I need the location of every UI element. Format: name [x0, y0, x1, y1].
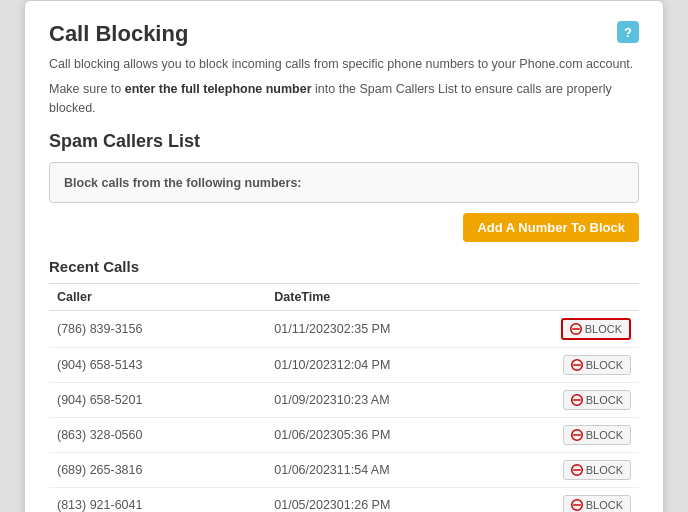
desc2-prefix: Make sure to — [49, 82, 125, 96]
header-row: Call Blocking ? — [49, 21, 639, 47]
block-icon — [571, 499, 583, 511]
action-cell: BLOCK — [549, 453, 639, 488]
datetime-cell: 01/06/202311:54 AM — [266, 453, 549, 488]
spam-callers-box: Block calls from the following numbers: — [49, 162, 639, 203]
caller-cell: (904) 658-5143 — [49, 348, 266, 383]
page-title: Call Blocking — [49, 21, 188, 47]
datetime-cell: 01/09/202310:23 AM — [266, 383, 549, 418]
calls-table: Caller DateTime (786) 839-315601/11/2023… — [49, 283, 639, 512]
caller-cell: (813) 921-6041 — [49, 488, 266, 512]
action-cell: BLOCK — [549, 311, 639, 348]
description-line1: Call blocking allows you to block incomi… — [49, 55, 639, 74]
col-caller: Caller — [49, 284, 266, 311]
spam-callers-title: Spam Callers List — [49, 131, 639, 152]
datetime-cell: 01/06/202305:36 PM — [266, 418, 549, 453]
block-button[interactable]: BLOCK — [563, 355, 631, 375]
block-icon — [570, 323, 582, 335]
caller-cell: (786) 839-3156 — [49, 311, 266, 348]
block-icon — [571, 429, 583, 441]
table-row: (786) 839-315601/11/202302:35 PM BLOCK — [49, 311, 639, 348]
description-line2: Make sure to enter the full telephone nu… — [49, 80, 639, 118]
datetime-cell: 01/05/202301:26 PM — [266, 488, 549, 512]
block-icon — [571, 359, 583, 371]
help-icon[interactable]: ? — [617, 21, 639, 43]
block-button[interactable]: BLOCK — [563, 390, 631, 410]
block-button[interactable]: BLOCK — [563, 425, 631, 445]
call-blocking-modal: Call Blocking ? Call blocking allows you… — [24, 0, 664, 512]
block-button[interactable]: BLOCK — [563, 460, 631, 480]
action-cell: BLOCK — [549, 383, 639, 418]
col-datetime: DateTime — [266, 284, 549, 311]
table-row: (863) 328-056001/06/202305:36 PM BLOCK — [49, 418, 639, 453]
caller-cell: (689) 265-3816 — [49, 453, 266, 488]
col-action — [549, 284, 639, 311]
table-row: (904) 658-514301/10/202312:04 PM BLOCK — [49, 348, 639, 383]
table-header-row: Caller DateTime — [49, 284, 639, 311]
block-icon — [571, 464, 583, 476]
block-icon — [571, 394, 583, 406]
table-row: (813) 921-604101/05/202301:26 PM BLOCK — [49, 488, 639, 512]
action-cell: BLOCK — [549, 488, 639, 512]
block-button[interactable]: BLOCK — [561, 318, 631, 340]
table-row: (904) 658-520101/09/202310:23 AM BLOCK — [49, 383, 639, 418]
recent-calls-title: Recent Calls — [49, 258, 639, 275]
block-button[interactable]: BLOCK — [563, 495, 631, 512]
desc2-bold: enter the full telephone number — [125, 82, 312, 96]
add-number-button[interactable]: Add A Number To Block — [463, 213, 639, 242]
datetime-cell: 01/11/202302:35 PM — [266, 311, 549, 348]
action-cell: BLOCK — [549, 348, 639, 383]
add-btn-row: Add A Number To Block — [49, 213, 639, 242]
action-cell: BLOCK — [549, 418, 639, 453]
datetime-cell: 01/10/202312:04 PM — [266, 348, 549, 383]
caller-cell: (904) 658-5201 — [49, 383, 266, 418]
table-row: (689) 265-381601/06/202311:54 AM BLOCK — [49, 453, 639, 488]
caller-cell: (863) 328-0560 — [49, 418, 266, 453]
spam-box-label: Block calls from the following numbers: — [64, 176, 302, 190]
